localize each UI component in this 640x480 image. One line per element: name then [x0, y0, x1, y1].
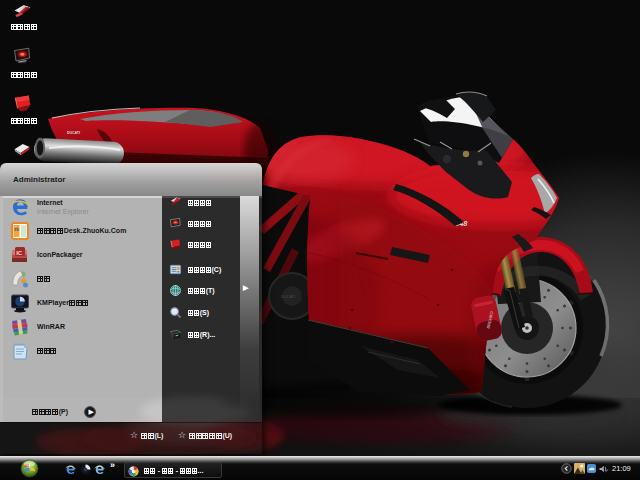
svg-text:zk: zk — [14, 226, 20, 232]
svg-text:DUCATI: DUCATI — [281, 294, 296, 299]
svg-text:DUCATI: DUCATI — [67, 131, 80, 135]
svg-text:IC: IC — [16, 250, 23, 256]
